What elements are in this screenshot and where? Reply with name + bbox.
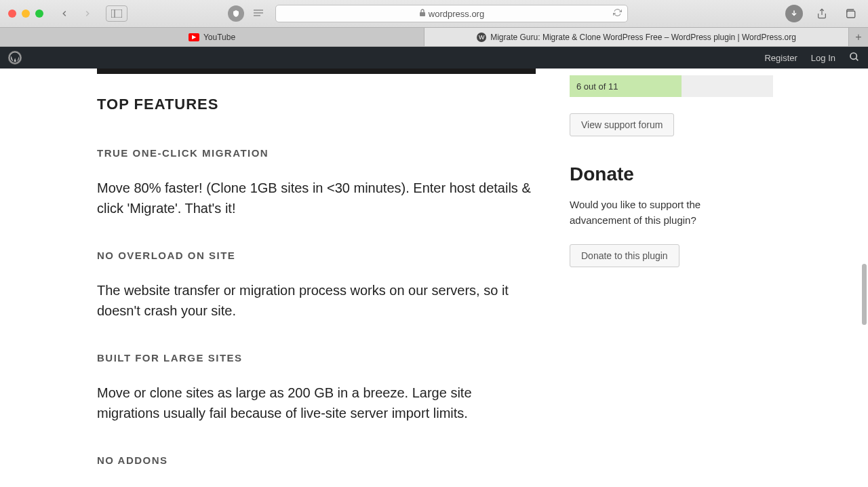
- donate-button[interactable]: Donate to this plugin: [570, 244, 679, 267]
- login-link[interactable]: Log In: [811, 53, 835, 63]
- close-window-button[interactable]: [8, 9, 16, 18]
- register-link[interactable]: Register: [764, 53, 797, 63]
- feature-block: TRUE ONE-CLICK MIGRATION Move 80% faster…: [97, 147, 536, 218]
- feature-title: NO ADDONS: [97, 454, 536, 466]
- wordpress-icon: W: [477, 33, 486, 42]
- browser-chrome: wordpress.org ▶ YouTube W Migrate G: [0, 0, 868, 47]
- youtube-icon: ▶: [189, 33, 199, 41]
- tab-youtube[interactable]: ▶ YouTube: [0, 28, 425, 46]
- reader-mode-button[interactable]: [250, 5, 267, 22]
- url-bar[interactable]: wordpress.org: [275, 5, 628, 22]
- feature-body: The website transfer or migration proces…: [97, 280, 531, 321]
- donate-heading: Donate: [570, 163, 766, 185]
- tab-wordpress-plugin[interactable]: W Migrate Guru: Migrate & Clone WordPres…: [425, 28, 849, 46]
- support-ratio-text: 6 out of 11: [576, 81, 618, 92]
- wp-admin-bar: Register Log In: [0, 47, 868, 69]
- feature-body: Move or clone sites as large as 200 GB i…: [97, 383, 531, 423]
- tab-label: Migrate Guru: Migrate & Clone WordPress …: [490, 33, 796, 42]
- top-features-heading: TOP FEATURES: [97, 96, 536, 113]
- svg-point-10: [850, 53, 856, 59]
- tab-label: YouTube: [203, 33, 235, 42]
- feature-title: NO OVERLOAD ON SITE: [97, 250, 536, 261]
- svg-rect-5: [420, 12, 425, 16]
- forward-button[interactable]: [79, 5, 96, 22]
- feature-title: TRUE ONE-CLICK MIGRATION: [97, 147, 536, 159]
- main-column: TOP FEATURES TRUE ONE-CLICK MIGRATION Mo…: [0, 69, 536, 487]
- privacy-report-button[interactable]: [228, 5, 244, 22]
- back-button[interactable]: [56, 5, 73, 22]
- window-controls: [8, 9, 43, 18]
- feature-block: NO ADDONS You don't need add-ons to move…: [97, 454, 536, 487]
- search-icon[interactable]: [849, 52, 860, 64]
- scrollbar-thumb[interactable]: [862, 264, 867, 325]
- video-strip: [97, 69, 536, 74]
- url-host-text: wordpress.org: [429, 9, 484, 19]
- feature-title: BUILT FOR LARGE SITES: [97, 352, 536, 364]
- wordpress-logo-icon[interactable]: [8, 51, 22, 64]
- reload-icon[interactable]: [613, 8, 622, 19]
- feature-block: NO OVERLOAD ON SITE The website transfer…: [97, 250, 536, 321]
- maximize-window-button[interactable]: [35, 9, 43, 18]
- wp-admin-bar-right: Register Log In: [764, 52, 860, 64]
- page-content: TOP FEATURES TRUE ONE-CLICK MIGRATION Mo…: [0, 69, 868, 487]
- tabs-button[interactable]: [841, 5, 860, 22]
- sidebar-toggle-button[interactable]: [106, 5, 127, 22]
- view-support-forum-button[interactable]: View support forum: [570, 113, 674, 136]
- donate-text: Would you like to support the advancemen…: [570, 197, 732, 228]
- url-area: wordpress.org: [228, 5, 780, 22]
- sidebar-column: 6 out of 11 View support forum Donate Wo…: [536, 69, 766, 487]
- svg-rect-0: [111, 9, 122, 18]
- minimize-window-button[interactable]: [22, 9, 30, 18]
- tab-bar: ▶ YouTube W Migrate Guru: Migrate & Clon…: [0, 27, 868, 46]
- svg-rect-8: [847, 11, 855, 18]
- share-button[interactable]: [812, 5, 831, 22]
- feature-block: BUILT FOR LARGE SITES Move or clone site…: [97, 352, 536, 423]
- browser-toolbar: wordpress.org: [0, 0, 868, 27]
- support-progress-fill: 6 out of 11: [570, 75, 682, 97]
- toolbar-right: [785, 5, 860, 22]
- feature-body: Move 80% faster! (Clone 1GB sites in <30…: [97, 178, 531, 218]
- downloads-button[interactable]: [785, 5, 803, 22]
- svg-line-11: [856, 58, 858, 60]
- lock-icon: [419, 9, 426, 19]
- support-progress-bar: 6 out of 11: [570, 75, 773, 97]
- new-tab-button[interactable]: +: [849, 28, 868, 46]
